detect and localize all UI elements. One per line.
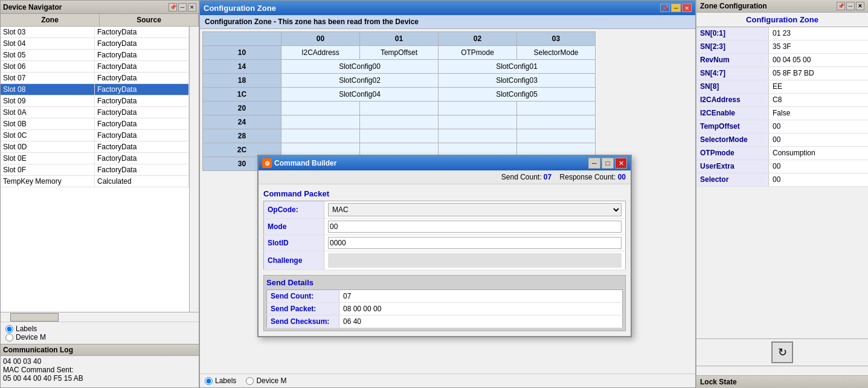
nav-row[interactable]: Slot 0FFactoryData (1, 164, 189, 176)
send-count-field-label: Send Count: (267, 290, 339, 303)
nav-row[interactable]: Slot 0CFactoryData (1, 130, 189, 141)
response-count-value: 00 (618, 173, 626, 181)
close-button[interactable]: ✕ (188, 3, 196, 11)
nav-row[interactable]: Slot 04FactoryData (1, 38, 189, 50)
nav-row[interactable]: Slot 08FactoryData (1, 84, 189, 95)
zone-config-row: SN[0:1]01 23 (696, 27, 868, 40)
config-addr-cell: 1C (203, 88, 281, 102)
nav-list: Slot 03FactoryDataSlot 04FactoryDataSlot… (1, 27, 189, 312)
minimize-button[interactable]: ─ (178, 3, 187, 11)
nav-zone-cell: Slot 0F (1, 164, 95, 175)
radio-device-input[interactable] (5, 334, 13, 341)
config-radio-device[interactable]: Device M (246, 377, 286, 385)
cmd-restore-btn[interactable]: □ (602, 158, 614, 169)
cmd-icon: ⚙ (262, 158, 272, 168)
nav-row[interactable]: Slot 09FactoryData (1, 95, 189, 107)
config-addr-cell: 14 (203, 60, 281, 74)
zone-config-row: TempOffset00 (696, 120, 868, 134)
pin-button[interactable]: 📌 (169, 3, 177, 11)
cmd-close-btn[interactable]: ✕ (615, 158, 627, 169)
cmd-minimize-btn[interactable]: ─ (588, 158, 600, 169)
nav-source-cell: FactoryData (95, 61, 189, 72)
comm-log-line-3: 05 00 44 00 40 F5 15 AB (3, 374, 196, 383)
config-table-row: 28 (203, 129, 596, 143)
config-data-cell (517, 129, 596, 143)
zone-config-row: SN[8]EE (696, 80, 868, 94)
config-radio-device-input[interactable] (246, 377, 254, 385)
nav-scrollbar[interactable] (189, 27, 199, 312)
response-count-label: Response Count: (560, 173, 616, 181)
send-details-title: Send Details (266, 278, 623, 287)
radio-labels[interactable]: Labels (5, 325, 194, 333)
send-packet-label: Send Packet: (267, 303, 339, 315)
zone-config-label: SN[0:1] (696, 27, 769, 40)
send-details-table: Send Count: 07 Send Packet: 08 00 00 00 … (266, 289, 623, 328)
zone-config-pin-btn[interactable]: 📌 (837, 2, 845, 10)
config-radio-labels[interactable]: Labels (205, 377, 236, 385)
nav-zone-cell: Slot 0B (1, 118, 95, 129)
nav-row[interactable]: Slot 0AFactoryData (1, 107, 189, 118)
radio-device[interactable]: Device M (5, 333, 194, 341)
nav-source-cell: FactoryData (95, 130, 189, 141)
zone-config-scrollbar[interactable] (696, 366, 868, 375)
zone-config-value: 00 (769, 134, 868, 146)
config-radio-labels-input[interactable] (205, 377, 213, 385)
nav-row[interactable]: Slot 0DFactoryData (1, 141, 189, 153)
zone-config-close-btn[interactable]: ✕ (856, 2, 864, 10)
send-details-section: Send Details Send Count: 07 Send Packet:… (263, 275, 626, 331)
nav-row[interactable]: Slot 0EFactoryData (1, 153, 189, 164)
nav-row[interactable]: Slot 07FactoryData (1, 73, 189, 84)
zone-config-minimize-btn[interactable]: ─ (846, 2, 855, 10)
zone-config-panel: Zone Configuration 📌 ─ ✕ Configuration Z… (696, 0, 868, 388)
zone-config-value: 00 (769, 120, 868, 133)
count-bar: Send Count: 07 Response Count: 00 (259, 170, 631, 184)
config-zone-close-btn[interactable]: ✕ (682, 4, 692, 12)
zone-config-value: 05 8F B7 BD (769, 67, 868, 80)
refresh-button[interactable]: ↻ (771, 341, 793, 363)
config-table-row: 24 (203, 115, 596, 129)
nav-zone-cell: TempKey Memory (1, 176, 95, 187)
hscroll-thumb[interactable] (10, 313, 59, 322)
zone-config-label: RevNum (696, 54, 769, 66)
zone-config-value: 35 3F (769, 40, 868, 53)
mode-input[interactable] (328, 221, 622, 233)
titlebar-buttons: 📌 ─ ✕ (169, 3, 196, 11)
nav-zone-cell: Slot 09 (1, 95, 95, 106)
zone-config-label: SelectorMode (696, 134, 769, 146)
config-data-cell (281, 102, 360, 115)
nav-row[interactable]: Slot 05FactoryData (1, 50, 189, 61)
zone-config-label: I2CEnable (696, 107, 769, 120)
nav-row[interactable]: Slot 06FactoryData (1, 61, 189, 73)
nav-row[interactable]: TempKey MemoryCalculated (1, 176, 189, 187)
mode-label: Mode (264, 219, 324, 235)
opcode-label: OpCode: (264, 201, 324, 219)
nav-hscrollbar[interactable] (1, 312, 199, 322)
nav-row[interactable]: Slot 0BFactoryData (1, 118, 189, 130)
radio-labels-text: Labels (16, 325, 37, 333)
config-data-cell (439, 115, 517, 129)
opcode-select[interactable]: MAC (328, 203, 622, 216)
nav-source-cell: FactoryData (95, 164, 189, 175)
radio-device-text: Device M (16, 333, 46, 341)
zone-config-panel-title: Zone Configuration (700, 2, 767, 10)
device-navigator-title: Device Navigator (3, 3, 62, 11)
mode-row: Mode (264, 219, 626, 235)
nav-row[interactable]: Slot 03FactoryData (1, 27, 189, 38)
config-zone-pin-btn[interactable]: 📌 (660, 4, 670, 12)
nav-source-cell: FactoryData (95, 95, 189, 106)
col-header-03: 03 (517, 32, 596, 46)
config-data-cell (360, 102, 439, 115)
config-data-cell (281, 129, 360, 143)
opcode-row: OpCode: MAC (264, 201, 626, 219)
lock-state-label: Lock State (700, 378, 737, 386)
slotid-input[interactable] (328, 237, 622, 249)
nav-column-headers: Zone Source (1, 14, 199, 27)
cmd-packet-table: OpCode: MAC Mode Sl (263, 201, 626, 270)
radio-labels-input[interactable] (5, 325, 13, 333)
zone-config-value: EE (769, 80, 868, 93)
cmd-packet-title: Command Packet (263, 189, 626, 198)
config-data-cell: SlotConfig00 (281, 60, 439, 74)
config-zone-minimize-btn[interactable]: ─ (671, 4, 681, 12)
config-data-cell (439, 102, 517, 115)
zone-config-label: SN[4:7] (696, 67, 769, 80)
